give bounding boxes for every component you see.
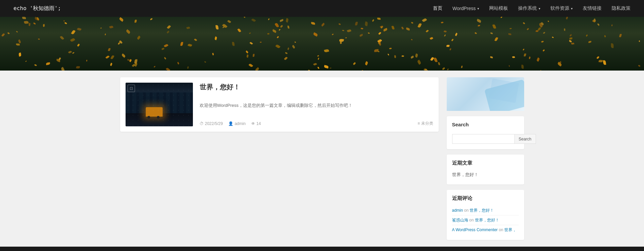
comment-author-2[interactable]: A WordPress Commenter [452, 227, 498, 232]
recent-comments-list: admin on 世界，您好！ 鲨惑山海 on 世界，您好！ A WordPre… [452, 206, 519, 235]
thumb-snow-deco [126, 83, 193, 126]
post-date: 2022/5/29 [205, 121, 223, 126]
post-title[interactable]: 世界，您好！ [200, 83, 433, 92]
hero-banner [0, 17, 644, 71]
nav-link-templates[interactable]: 网站模板 [489, 5, 508, 11]
recent-posts-title: 近期文章 [452, 160, 519, 166]
comment-item-2: A WordPress Commenter on 世界， [452, 225, 519, 235]
leaves-decoration [0, 17, 644, 71]
search-widget-title: Search [452, 122, 519, 127]
comment-author-0[interactable]: admin [452, 208, 463, 213]
nav-link-os[interactable]: 操作系统 [518, 5, 540, 11]
sidebar-deco-bg [447, 77, 524, 111]
nav-item-home[interactable]: 首页 [433, 5, 442, 11]
comment-author-1[interactable]: 鲨惑山海 [452, 218, 468, 222]
nav-item-os[interactable]: 操作系统 [518, 5, 540, 11]
recent-posts-widget: 近期文章 世界，您好！ [447, 155, 524, 184]
hero-banner-inner [0, 17, 644, 71]
category-icon: ≡ [417, 121, 420, 126]
recent-post-link[interactable]: 世界，您好！ [452, 172, 478, 177]
search-button[interactable]: Search [514, 134, 536, 144]
navigation: echo '秋知德雨'; 首页 WordPress 网站模板 操作系统 软件资源… [0, 0, 644, 17]
nav-item-privacy[interactable]: 隐私政策 [612, 5, 631, 11]
nav-item-templates[interactable]: 网站模板 [489, 5, 508, 11]
nav-link-friends[interactable]: 友情链接 [583, 5, 602, 11]
nav-item-friends[interactable]: 友情链接 [583, 5, 602, 11]
search-input-row: Search [452, 134, 519, 144]
eye-icon: 👁 [251, 121, 255, 126]
post-thumbnail: ⊡ [126, 83, 193, 126]
nav-link-home[interactable]: 首页 [433, 5, 442, 11]
thumbnail-icon: ⊡ [128, 85, 135, 92]
comment-on-0: on [464, 208, 470, 213]
content-wrap: ⊡ 世界，您好！ 欢迎使用WordPress，这是您的第一篇文章，编辑或删除它，… [113, 71, 531, 247]
search-input[interactable] [452, 134, 514, 144]
comment-item-0: admin on 世界，您好！ [452, 206, 519, 215]
post-date-item: ⏱ 2022/5/29 [200, 121, 223, 126]
search-widget: Search Search [447, 116, 524, 149]
comment-post-0[interactable]: 世界，您好！ [470, 208, 494, 213]
recent-post-item[interactable]: 世界，您好！ [452, 170, 519, 179]
post-meta: ⏱ 2022/5/29 👤 admin 👁 14 ≡ 未分类 [200, 121, 433, 126]
user-icon: 👤 [228, 121, 233, 126]
post-author: admin [235, 121, 246, 126]
post-card: ⊡ 世界，您好！ 欢迎使用WordPress，这是您的第一篇文章，编辑或删除它，… [120, 77, 439, 132]
post-views-item: 👁 14 [251, 121, 261, 126]
post-views: 14 [257, 121, 261, 126]
footer: 友人帐 ｜ 关于 ｜ 申明 ｜ 请在设置底部更改 Copyright © 菜子网… [0, 247, 644, 251]
comment-post-1[interactable]: 世界，您好！ [475, 218, 499, 222]
comment-on-2: on [499, 227, 505, 232]
nav-link-privacy[interactable]: 隐私政策 [612, 5, 631, 11]
post-author-item: 👤 admin [228, 121, 246, 126]
post-excerpt: 欢迎使用WordPress，这是您的第一篇文章，编辑或删除它，然后开始写作吧！ [200, 102, 433, 109]
nav-item-wordpress[interactable]: WordPress [452, 6, 479, 11]
clock-icon: ⏱ [200, 121, 204, 126]
site-logo[interactable]: echo '秋知德雨'; [13, 5, 61, 12]
post-category[interactable]: ≡ 未分类 [417, 121, 433, 126]
thumbnail-image [126, 83, 193, 126]
nav-links-list: 首页 WordPress 网站模板 操作系统 软件资源 友情链接 隐私政策 [433, 5, 631, 11]
comment-on-1: on [469, 218, 475, 222]
sidebar: Search Search 近期文章 世界，您好！ 近期评论 admin on [447, 77, 524, 240]
comment-post-2[interactable]: 世界， [504, 227, 516, 232]
main-posts: ⊡ 世界，您好！ 欢迎使用WordPress，这是您的第一篇文章，编辑或删除它，… [120, 77, 439, 138]
post-body: 世界，您好！ 欢迎使用WordPress，这是您的第一篇文章，编辑或删除它，然后… [200, 83, 433, 126]
nav-link-software[interactable]: 软件资源 [550, 5, 573, 11]
recent-comments-title: 近期评论 [452, 195, 519, 202]
sidebar-decoration [447, 77, 524, 111]
post-category-label: 未分类 [421, 121, 433, 126]
comment-item-1: 鲨惑山海 on 世界，您好！ [452, 215, 519, 225]
recent-comments-widget: 近期评论 admin on 世界，您好！ 鲨惑山海 on 世界，您好！ A Wo… [447, 190, 524, 240]
nav-item-software[interactable]: 软件资源 [550, 5, 573, 11]
nav-link-wordpress[interactable]: WordPress [452, 6, 479, 11]
recent-posts-list: 世界，您好！ [452, 170, 519, 179]
